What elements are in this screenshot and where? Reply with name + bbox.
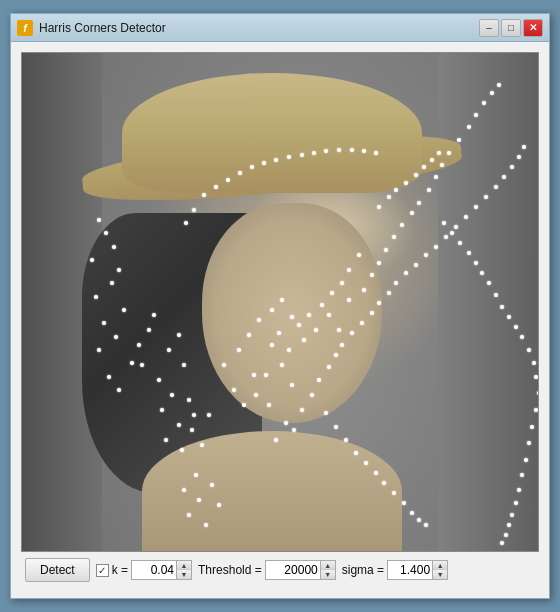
minimize-button[interactable]: – bbox=[479, 19, 499, 37]
corner-dot bbox=[90, 258, 94, 262]
corner-dot bbox=[537, 391, 539, 395]
corner-dot bbox=[414, 263, 418, 267]
corner-dot bbox=[362, 288, 366, 292]
corner-dot bbox=[394, 281, 398, 285]
close-button[interactable]: ✕ bbox=[523, 19, 543, 37]
corner-dot bbox=[430, 158, 434, 162]
corner-dot bbox=[147, 328, 151, 332]
corner-dot bbox=[507, 315, 511, 319]
corner-dot bbox=[274, 158, 278, 162]
corner-dot bbox=[192, 413, 196, 417]
corner-dot bbox=[520, 473, 524, 477]
corner-dot bbox=[374, 471, 378, 475]
corner-dot bbox=[454, 225, 458, 229]
sigma-spin-down[interactable]: ▼ bbox=[433, 570, 447, 579]
corner-dot bbox=[97, 348, 101, 352]
k-input[interactable] bbox=[131, 560, 177, 580]
corner-dot bbox=[94, 295, 98, 299]
k-checkbox[interactable]: ✓ bbox=[96, 564, 109, 577]
corner-dot bbox=[177, 423, 181, 427]
corner-dot bbox=[424, 523, 428, 527]
corner-dot bbox=[357, 253, 361, 257]
corner-dot bbox=[504, 533, 508, 537]
corner-dot bbox=[192, 208, 196, 212]
threshold-spin-down[interactable]: ▼ bbox=[321, 570, 335, 579]
corner-dot bbox=[170, 393, 174, 397]
corner-dot bbox=[387, 195, 391, 199]
corner-dot bbox=[442, 221, 446, 225]
sigma-input[interactable] bbox=[387, 560, 433, 580]
corner-dot bbox=[312, 151, 316, 155]
corner-dot bbox=[187, 513, 191, 517]
corner-dot bbox=[447, 151, 451, 155]
corner-dot bbox=[112, 245, 116, 249]
corner-dot bbox=[410, 211, 414, 215]
k-spin-down[interactable]: ▼ bbox=[177, 570, 191, 579]
corner-dot bbox=[417, 518, 421, 522]
corner-dot bbox=[327, 365, 331, 369]
threshold-input[interactable] bbox=[265, 560, 321, 580]
corner-dot bbox=[284, 421, 288, 425]
corner-dot bbox=[180, 448, 184, 452]
detect-button[interactable]: Detect bbox=[25, 558, 90, 582]
window-title: Harris Corners Detector bbox=[39, 21, 166, 35]
sigma-spin-up[interactable]: ▲ bbox=[433, 561, 447, 570]
corner-dot bbox=[450, 231, 454, 235]
corner-dot bbox=[404, 181, 408, 185]
corner-dot bbox=[184, 221, 188, 225]
corner-dot bbox=[527, 348, 531, 352]
corner-dot bbox=[467, 251, 471, 255]
corner-dot bbox=[392, 235, 396, 239]
corner-dot bbox=[300, 153, 304, 157]
corner-dot bbox=[214, 185, 218, 189]
corner-dot bbox=[182, 363, 186, 367]
corner-dot bbox=[534, 375, 538, 379]
corner-dot bbox=[440, 163, 444, 167]
corner-dot bbox=[507, 523, 511, 527]
portrait-background bbox=[22, 53, 538, 551]
corner-dot bbox=[270, 308, 274, 312]
corner-dot bbox=[222, 363, 226, 367]
corner-dot bbox=[110, 281, 114, 285]
corner-dot bbox=[474, 205, 478, 209]
corner-dot bbox=[200, 443, 204, 447]
corner-dot bbox=[482, 101, 486, 105]
corner-dot bbox=[107, 375, 111, 379]
corner-dot bbox=[194, 473, 198, 477]
titlebar: f Harris Corners Detector – □ ✕ bbox=[11, 14, 549, 42]
corner-dot bbox=[354, 451, 358, 455]
threshold-spinbox: ▲ ▼ bbox=[265, 560, 336, 580]
k-label: k = bbox=[112, 563, 128, 577]
corner-dot bbox=[324, 149, 328, 153]
corner-dot bbox=[480, 271, 484, 275]
corner-dot bbox=[340, 343, 344, 347]
corner-dot bbox=[522, 145, 526, 149]
corner-dot bbox=[377, 205, 381, 209]
corner-dot bbox=[177, 333, 181, 337]
corner-dot bbox=[410, 511, 414, 515]
threshold-control-group: Threshold = ▲ ▼ bbox=[198, 560, 336, 580]
corner-dot bbox=[510, 513, 514, 517]
corner-dot bbox=[274, 438, 278, 442]
corner-dot bbox=[467, 125, 471, 129]
controls-bar: Detect ✓ k = ▲ ▼ Threshold = bbox=[21, 552, 539, 588]
corner-dot bbox=[290, 383, 294, 387]
corner-dot bbox=[427, 188, 431, 192]
threshold-spin-up[interactable]: ▲ bbox=[321, 561, 335, 570]
corner-dot bbox=[270, 343, 274, 347]
corner-dot bbox=[362, 149, 366, 153]
maximize-button[interactable]: □ bbox=[501, 19, 521, 37]
corner-dot bbox=[494, 293, 498, 297]
corner-dot bbox=[350, 148, 354, 152]
corner-dot bbox=[187, 398, 191, 402]
corner-dot bbox=[334, 425, 338, 429]
corner-dot bbox=[167, 348, 171, 352]
sigma-label: sigma = bbox=[342, 563, 384, 577]
corner-dot bbox=[530, 425, 534, 429]
threshold-spin-arrows: ▲ ▼ bbox=[321, 560, 336, 580]
corner-dot bbox=[457, 138, 461, 142]
k-spin-up[interactable]: ▲ bbox=[177, 561, 191, 570]
k-control-group: ✓ k = ▲ ▼ bbox=[96, 560, 192, 580]
corner-dot bbox=[334, 353, 338, 357]
corner-dot bbox=[510, 165, 514, 169]
